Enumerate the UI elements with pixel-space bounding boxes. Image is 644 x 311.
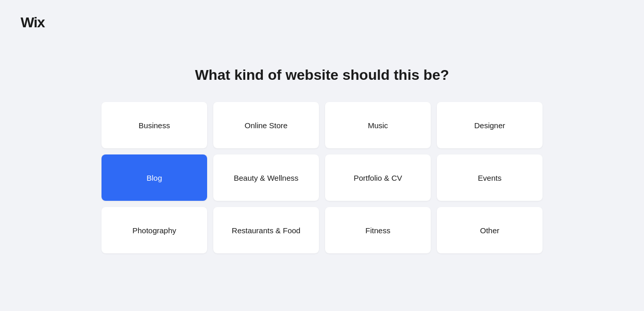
card-events[interactable]: Events <box>437 154 543 201</box>
logo[interactable]: Wix <box>21 14 45 31</box>
card-restaurants-food[interactable]: Restaurants & Food <box>213 207 319 253</box>
page-title: What kind of website should this be? <box>195 67 449 83</box>
card-other[interactable]: Other <box>437 207 543 253</box>
card-online-store[interactable]: Online Store <box>213 102 319 148</box>
card-business[interactable]: Business <box>101 102 207 148</box>
card-designer[interactable]: Designer <box>437 102 543 148</box>
card-music[interactable]: Music <box>325 102 431 148</box>
category-grid: BusinessOnline StoreMusicDesignerBlogBea… <box>101 102 543 253</box>
main-content: What kind of website should this be? Bus… <box>0 0 644 253</box>
card-fitness[interactable]: Fitness <box>325 207 431 253</box>
card-beauty-wellness[interactable]: Beauty & Wellness <box>213 154 319 201</box>
card-blog[interactable]: Blog <box>101 154 207 201</box>
card-photography[interactable]: Photography <box>101 207 207 253</box>
card-portfolio-cv[interactable]: Portfolio & CV <box>325 154 431 201</box>
